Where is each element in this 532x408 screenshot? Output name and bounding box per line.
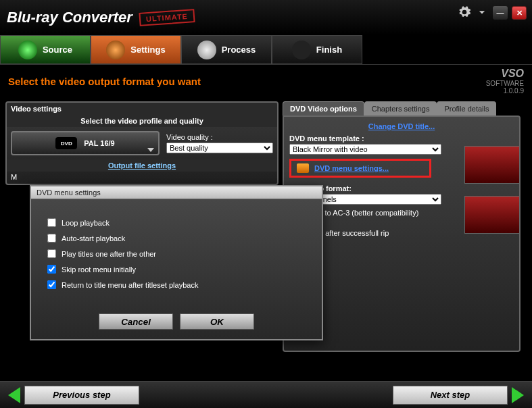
close-button[interactable]: ✕ [512, 6, 527, 20]
tool-icon [297, 163, 309, 173]
dvd-icon: DVD [55, 137, 77, 149]
menu-preview-thumb-1 [464, 146, 520, 184]
tab-source[interactable]: Source [0, 35, 91, 64]
play-sequential-checkbox[interactable] [47, 249, 56, 258]
gear-icon[interactable] [458, 5, 471, 20]
tab-finish[interactable]: Finish [272, 35, 362, 64]
change-dvd-title-link[interactable]: Change DVD title... [368, 122, 435, 130]
tab-label: Finish [316, 45, 342, 55]
tab-label: Source [43, 45, 72, 55]
return-title-checkbox[interactable] [47, 280, 56, 289]
loop-playback-label: Loop playback [62, 219, 110, 227]
menu-template-label: DVD menu template : [289, 134, 364, 143]
loop-playback-checkbox[interactable] [47, 218, 56, 227]
tab-dvd-video-options[interactable]: DVD Video options [283, 101, 364, 116]
next-step-button[interactable]: Next step [393, 386, 508, 405]
profile-button[interactable]: DVD PAL 16/9 [11, 131, 160, 155]
gear-tab-icon [106, 41, 125, 59]
dialog-title: DVD menu settings [31, 186, 322, 199]
ok-button[interactable]: OK [180, 313, 254, 330]
app-title: Blu-ray Converter [7, 9, 132, 26]
chevron-down-icon [147, 148, 154, 152]
tab-settings[interactable]: Settings [91, 35, 181, 64]
menu-settings-highlight: DVD menu settings... [289, 159, 431, 178]
dropdown-icon[interactable] [475, 5, 489, 20]
tab-profile-details[interactable]: Profile details [437, 101, 496, 116]
tab-chapters-settings[interactable]: Chapters settings [364, 101, 437, 116]
arrow-right-icon [512, 387, 524, 403]
skip-root-checkbox[interactable] [47, 265, 56, 274]
menu-template-select[interactable]: Black Mirror with video [289, 144, 441, 155]
tab-label: Process [222, 45, 256, 55]
cancel-button[interactable]: Cancel [99, 313, 173, 330]
previous-step-button[interactable]: Previous step [24, 386, 139, 405]
dvd-menu-settings-dialog: DVD menu settings Loop playback Auto-sta… [30, 185, 323, 340]
autostart-label: Auto-start playback [62, 234, 125, 243]
disc-icon [18, 41, 37, 59]
dvd-menu-settings-link[interactable]: DVD menu settings... [314, 164, 389, 172]
menu-preview-thumb-2 [464, 196, 520, 234]
flag-icon [292, 41, 311, 59]
minimize-button[interactable]: — [493, 6, 508, 20]
play-sequential-label: Play titles one after the other [62, 250, 156, 258]
skip-root-label: Skip root menu initially [62, 265, 136, 274]
autostart-checkbox[interactable] [47, 234, 56, 243]
profile-value: PAL 16/9 [84, 139, 114, 147]
ultimate-badge: ULTIMATE [139, 9, 195, 26]
tab-label: Settings [130, 45, 165, 55]
return-title-label: Return to title menu after titleset play… [62, 281, 198, 289]
arrow-left-icon [8, 387, 20, 403]
output-file-settings-link[interactable]: Output file settings [7, 159, 277, 172]
clock-icon [197, 41, 216, 59]
video-quality-select[interactable]: Best quality [166, 143, 273, 153]
vso-logo: VSO SOFTWARE 1.0.0.9 [486, 68, 524, 95]
tab-process[interactable]: Process [181, 35, 272, 64]
output-row-truncated: M [7, 172, 277, 184]
page-subtitle: Select the video output format you want [8, 76, 201, 87]
video-settings-title: Video settings [7, 103, 277, 115]
video-quality-label: Video quality : [166, 133, 213, 141]
profile-subtitle: Select the video profile and quality [7, 115, 277, 127]
